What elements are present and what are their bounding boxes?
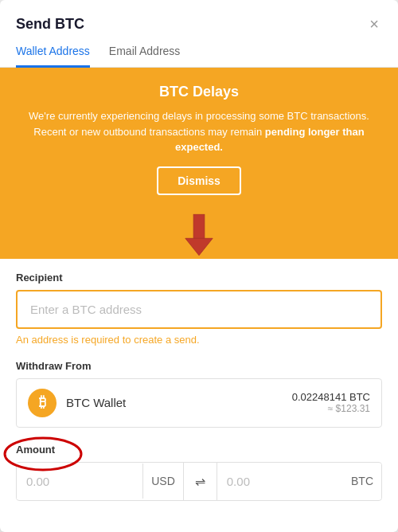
wallet-balance-usd: ≈ $123.31 (292, 403, 370, 414)
close-button[interactable]: × (366, 13, 382, 35)
amount-section: Amount USD ⇌ BTC (16, 442, 382, 501)
wallet-row[interactable]: ₿ BTC Wallet 0.02248141 BTC ≈ $123.31 (16, 378, 382, 428)
modal-header: Send BTC × (0, 0, 398, 35)
send-btc-modal: Send BTC × Wallet Address Email Address … (0, 0, 398, 532)
svg-rect-0 (193, 214, 205, 238)
amount-btc-input[interactable] (217, 464, 343, 499)
svg-marker-1 (185, 238, 213, 255)
amount-label: Amount (16, 444, 55, 456)
btc-delay-banner: BTC Delays We're currently experiencing … (0, 68, 398, 211)
amount-row: USD ⇌ BTC (16, 462, 382, 501)
modal-title: Send BTC (16, 16, 84, 33)
btc-icon: ₿ (28, 389, 57, 417)
arrow-down-icon (175, 211, 223, 259)
recipient-input[interactable] (16, 290, 382, 329)
btc-currency-label: BTC (343, 464, 381, 499)
arrow-section (0, 211, 398, 259)
swap-button[interactable]: ⇌ (183, 463, 217, 500)
withdraw-from-label: Withdraw From (16, 360, 382, 372)
tab-wallet-address[interactable]: Wallet Address (16, 45, 90, 68)
usd-currency-label: USD (142, 464, 183, 499)
banner-text: We're currently experiencing delays in p… (19, 108, 379, 155)
amount-label-wrapper: Amount (16, 444, 55, 456)
dismiss-button[interactable]: Dismiss (157, 166, 241, 195)
recipient-label: Recipient (16, 272, 382, 284)
wallet-balance-btc: 0.02248141 BTC (292, 391, 370, 403)
wallet-name: BTC Wallet (66, 396, 292, 409)
wallet-balance: 0.02248141 BTC ≈ $123.31 (292, 391, 370, 414)
recipient-error: An address is required to create a send. (16, 334, 382, 346)
modal-body: Recipient An address is required to crea… (0, 259, 398, 533)
tabs-container: Wallet Address Email Address (0, 35, 398, 68)
banner-title: BTC Delays (19, 84, 379, 100)
tab-email-address[interactable]: Email Address (109, 45, 180, 68)
amount-usd-input[interactable] (17, 464, 142, 499)
